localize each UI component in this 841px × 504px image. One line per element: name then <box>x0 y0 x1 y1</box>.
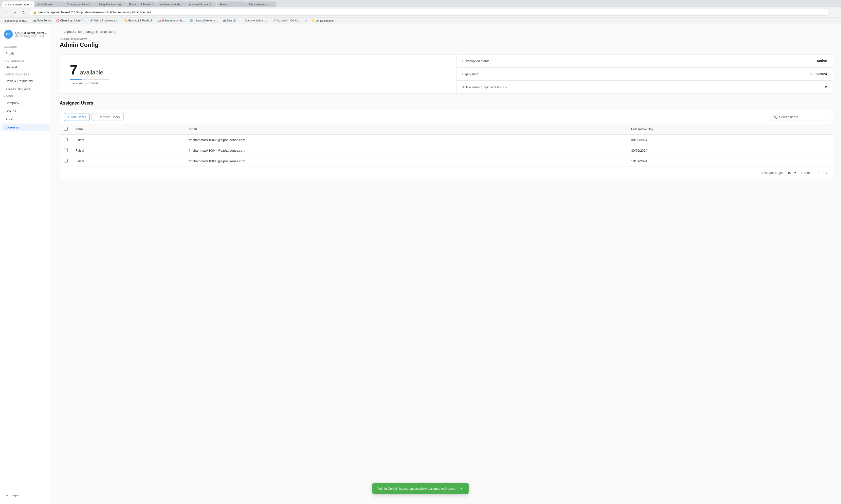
logout-label: Logout <box>11 493 20 497</box>
sidebar-item-groups[interactable]: Groups <box>1 107 50 115</box>
back-arrow-icon: ← <box>60 30 63 34</box>
row-3-checkbox-cell <box>60 156 72 166</box>
bookmark-6[interactable]: 🤖 alphasense-onde... <box>155 18 187 23</box>
row-2-name: Faisal <box>72 145 185 156</box>
all-bookmarks[interactable]: 📁 All Bookmarks <box>310 18 335 23</box>
bookmark-5[interactable]: ✏️ Etusivu | S-Pankki.fi <box>122 18 155 23</box>
back-link[interactable]: ← AlphaSense (manage internal users) <box>60 30 833 34</box>
sidebar-useremail: qausermanagement+24@alpha-sense... <box>15 35 48 37</box>
search-users-input[interactable] <box>779 115 826 119</box>
sidebar-item-general[interactable]: General <box>1 64 50 71</box>
sidebar-item-audit[interactable]: Audit <box>1 115 50 123</box>
add-users-button[interactable]: + Add Users <box>64 113 90 121</box>
tab-5[interactable]: alphasense-onde... <box>156 1 186 7</box>
reload-button[interactable]: ↻ <box>20 9 27 16</box>
bookmark-9[interactable]: 📄 Documentation -... <box>238 18 269 23</box>
bookmark-1[interactable]: alphasense-onde... <box>2 18 30 23</box>
forward-button[interactable]: → <box>11 9 18 16</box>
prev-page-button[interactable]: ‹ <box>816 169 821 176</box>
bookmark-8[interactable]: 🤖 Search <box>221 18 237 23</box>
active-users-value: 2 <box>825 85 827 89</box>
overview-card: 7 available 3 assigned of 10 total Subsc… <box>60 54 833 94</box>
tab-4[interactable]: Etusivu | S-Pankki.fi <box>126 1 156 7</box>
sidebar-item-access-requests[interactable]: Access Requests <box>1 85 50 93</box>
add-users-icon: + <box>68 115 70 119</box>
select-all-checkbox[interactable] <box>64 127 68 131</box>
account-section-label: ACCOUNT <box>0 44 52 49</box>
tab-4-label: Etusivu | S-Pankki.fi <box>129 3 154 6</box>
sidebar-item-company[interactable]: Company <box>1 99 50 107</box>
sidebar-item-news-regulatory[interactable]: News & Regulatory <box>1 77 50 85</box>
sidebar-item-profile[interactable]: Profile <box>1 50 50 57</box>
search-users-box[interactable]: 🔍 <box>770 113 829 121</box>
col-header-name: Name <box>72 124 185 134</box>
back-link-label: AlphaSense (manage internal users) <box>65 30 117 34</box>
bookmark-4[interactable]: 🔗 Using Providers an... <box>88 18 121 23</box>
url-bar[interactable]: 🔒 user-management-ase-171479-update-lice… <box>29 9 830 16</box>
tab-8-label: Documentation -... <box>249 3 271 6</box>
row-1-checkbox[interactable] <box>64 138 68 141</box>
extensions-button[interactable]: ⋮ <box>831 9 839 16</box>
subscription-value: Active <box>817 59 827 63</box>
logout-button[interactable]: → Logout <box>1 491 50 499</box>
page-section-label: USAGE OVERVIEW <box>60 37 833 40</box>
row-1-email: fmohammad+10055@alpha-sense.com <box>185 134 627 145</box>
table-header: Name Email Last Active Day <box>60 124 833 134</box>
tab-search[interactable]: Search <box>217 1 246 7</box>
available-count: 7 <box>70 62 77 77</box>
content-access-section-label: CONTENT ACCESS <box>0 71 52 77</box>
bookmark-3[interactable]: 🚫 Changing children'... <box>54 18 87 23</box>
toast-close-button[interactable]: × <box>459 486 464 491</box>
expiry-label: Expiry date <box>462 72 479 76</box>
table-row: Faisal fmohammad+10055@alpha-sense.com 3… <box>60 134 833 145</box>
tab-6[interactable]: microsoft/frontend... <box>186 1 216 7</box>
avatar: CC <box>4 30 13 39</box>
assigned-text: 3 assigned of 10 total <box>70 82 446 85</box>
tab-3[interactable]: Using Providers an... <box>95 1 126 7</box>
tab-2[interactable]: Changing children'... <box>64 1 95 7</box>
toolbar-left: + Add Users − Remove Users <box>64 113 124 121</box>
overview-right: Subscription status Active Expiry date 3… <box>456 54 833 93</box>
sidebar-item-licenses[interactable]: Licenses <box>1 124 50 131</box>
active-tab[interactable]: ● alphasense-onde... <box>2 1 34 7</box>
back-button[interactable]: ← <box>2 9 10 16</box>
bookmark-10[interactable]: 📝 Your work - Conflu... <box>270 18 302 23</box>
tab-6-label: microsoft/frontend... <box>189 3 213 6</box>
toast: 'Admin Config' license successfully assi… <box>372 483 469 494</box>
row-3-email: fmohammad+10033@alpha-sense.com <box>185 156 627 166</box>
url-text: user-management-ase-171479-update-licens… <box>38 11 151 14</box>
sidebar-user: CC QA_UM Client_Admin_User qausermanagem… <box>0 28 52 44</box>
tab-alphasense[interactable]: AlphaSense <box>34 1 64 7</box>
available-row: 7 available <box>70 63 446 77</box>
admin-section-label: ADMIN <box>0 93 52 99</box>
rows-per-page-select[interactable]: 10 25 50 <box>785 170 797 176</box>
bookmark-2[interactable]: 🤖 AlphaSense <box>31 18 53 23</box>
row-2-checkbox-cell <box>60 145 72 156</box>
toast-message: 'Admin Config' license successfully assi… <box>377 487 456 490</box>
row-2-last-active: 30/06/2024 <box>627 145 833 156</box>
available-label: available <box>80 69 103 76</box>
row-2-checkbox[interactable] <box>64 148 68 152</box>
bookmarks-more[interactable]: » <box>303 18 309 23</box>
row-1-last-active: 30/06/2024 <box>627 134 833 145</box>
next-page-button[interactable]: › <box>825 169 829 176</box>
toast-container: 'Admin Config' license successfully assi… <box>372 483 469 494</box>
stat-row-subscription: Subscription status Active <box>457 54 833 68</box>
row-2-email: fmohammad+10044@alpha-sense.com <box>185 145 627 156</box>
add-users-label: Add Users <box>71 115 86 119</box>
expiry-value: 30/06/2024 <box>810 72 827 76</box>
pagination: Rows per page: 10 25 50 1–3 of 3 ‹ › <box>60 166 833 179</box>
users-card: + Add Users − Remove Users 🔍 <box>60 110 833 179</box>
users-toolbar: + Add Users − Remove Users 🔍 <box>60 110 833 124</box>
tab-8[interactable]: Documentation -... <box>246 1 276 7</box>
stat-row-active-users: Active users (Login in last 90D) 2 <box>457 80 833 93</box>
row-1-name: Faisal <box>72 134 185 145</box>
tab-5-label: alphasense-onde... <box>159 3 182 6</box>
preferences-section-label: PREFERENCES <box>0 57 52 63</box>
row-3-checkbox[interactable] <box>64 159 68 162</box>
table-body: Faisal fmohammad+10055@alpha-sense.com 3… <box>60 134 833 166</box>
remove-users-button[interactable]: − Remove Users <box>91 113 124 121</box>
tab-2-label: Changing children'... <box>67 3 92 6</box>
bookmark-7[interactable]: ⚙️ microsoft/frontend... <box>188 18 220 23</box>
stat-row-expiry: Expiry date 30/06/2024 <box>457 68 833 80</box>
